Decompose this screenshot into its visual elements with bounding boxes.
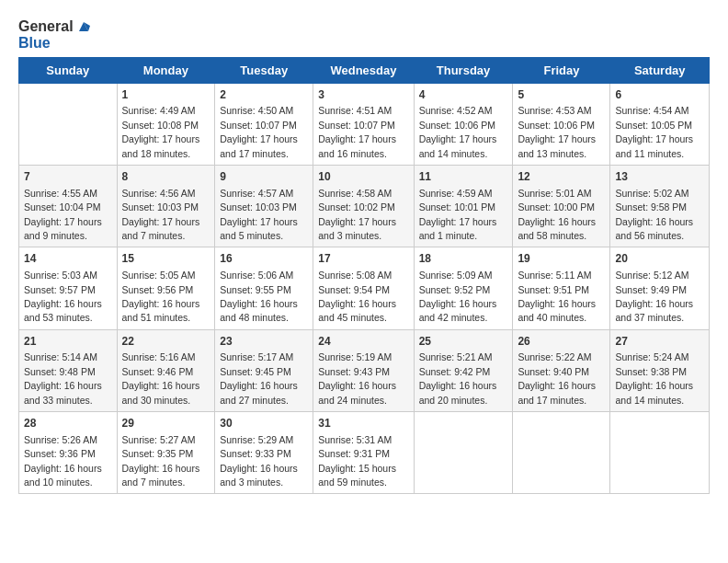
calendar-cell: 4Sunrise: 4:52 AM Sunset: 10:06 PM Dayli… bbox=[414, 83, 513, 165]
day-header-sunday: Sunday bbox=[19, 57, 118, 83]
day-number: 24 bbox=[318, 334, 408, 350]
day-number: 1 bbox=[122, 87, 210, 103]
day-content: Sunrise: 5:02 AM Sunset: 9:58 PM Dayligh… bbox=[615, 188, 693, 241]
day-header-wednesday: Wednesday bbox=[313, 57, 414, 83]
calendar-cell: 9Sunrise: 4:57 AM Sunset: 10:03 PM Dayli… bbox=[215, 165, 313, 247]
calendar-cell: 29Sunrise: 5:27 AM Sunset: 9:35 PM Dayli… bbox=[117, 412, 215, 494]
day-header-tuesday: Tuesday bbox=[215, 57, 313, 83]
day-header-monday: Monday bbox=[117, 57, 215, 83]
calendar-cell bbox=[513, 412, 610, 494]
calendar-header: SundayMondayTuesdayWednesdayThursdayFrid… bbox=[19, 57, 710, 83]
calendar-body: 1Sunrise: 4:49 AM Sunset: 10:08 PM Dayli… bbox=[19, 83, 710, 494]
calendar-cell: 30Sunrise: 5:29 AM Sunset: 9:33 PM Dayli… bbox=[215, 412, 313, 494]
day-number: 15 bbox=[122, 251, 210, 267]
calendar-cell: 16Sunrise: 5:06 AM Sunset: 9:55 PM Dayli… bbox=[215, 247, 313, 329]
day-content: Sunrise: 5:14 AM Sunset: 9:48 PM Dayligh… bbox=[24, 351, 102, 405]
day-number: 10 bbox=[318, 169, 408, 185]
calendar-cell: 14Sunrise: 5:03 AM Sunset: 9:57 PM Dayli… bbox=[19, 247, 118, 329]
day-number: 29 bbox=[122, 416, 210, 431]
week-row-2: 7Sunrise: 4:55 AM Sunset: 10:04 PM Dayli… bbox=[19, 165, 710, 247]
day-number: 14 bbox=[24, 251, 112, 267]
day-content: Sunrise: 5:06 AM Sunset: 9:55 PM Dayligh… bbox=[220, 270, 298, 323]
calendar-cell bbox=[610, 412, 710, 494]
calendar-table: SundayMondayTuesdayWednesdayThursdayFrid… bbox=[18, 57, 710, 495]
day-content: Sunrise: 4:51 AM Sunset: 10:07 PM Daylig… bbox=[318, 105, 396, 158]
calendar-cell: 11Sunrise: 4:59 AM Sunset: 10:01 PM Dayl… bbox=[414, 165, 513, 247]
day-content: Sunrise: 5:19 AM Sunset: 9:43 PM Dayligh… bbox=[318, 351, 396, 405]
day-content: Sunrise: 5:09 AM Sunset: 9:52 PM Dayligh… bbox=[419, 270, 497, 323]
day-content: Sunrise: 5:17 AM Sunset: 9:45 PM Dayligh… bbox=[220, 351, 298, 405]
day-content: Sunrise: 5:22 AM Sunset: 9:40 PM Dayligh… bbox=[518, 351, 596, 405]
day-number: 30 bbox=[220, 416, 308, 431]
day-content: Sunrise: 4:50 AM Sunset: 10:07 PM Daylig… bbox=[220, 105, 298, 158]
day-number: 7 bbox=[24, 169, 112, 185]
day-number: 22 bbox=[122, 334, 210, 350]
calendar-cell: 19Sunrise: 5:11 AM Sunset: 9:51 PM Dayli… bbox=[513, 247, 610, 329]
day-number: 25 bbox=[419, 334, 508, 350]
day-content: Sunrise: 5:21 AM Sunset: 9:42 PM Dayligh… bbox=[419, 351, 497, 405]
day-number: 13 bbox=[615, 169, 704, 185]
day-content: Sunrise: 4:59 AM Sunset: 10:01 PM Daylig… bbox=[419, 188, 497, 241]
day-number: 2 bbox=[220, 87, 308, 103]
logo-general: General bbox=[18, 18, 74, 35]
calendar-cell: 7Sunrise: 4:55 AM Sunset: 10:04 PM Dayli… bbox=[19, 165, 118, 247]
day-number: 12 bbox=[518, 169, 605, 185]
calendar-cell: 2Sunrise: 4:50 AM Sunset: 10:07 PM Dayli… bbox=[215, 83, 313, 165]
logo-blue: Blue bbox=[18, 35, 51, 52]
day-number: 21 bbox=[24, 334, 112, 350]
day-header-friday: Friday bbox=[513, 57, 610, 83]
day-content: Sunrise: 4:58 AM Sunset: 10:02 PM Daylig… bbox=[318, 188, 396, 241]
day-content: Sunrise: 5:27 AM Sunset: 9:35 PM Dayligh… bbox=[122, 434, 200, 488]
day-content: Sunrise: 5:08 AM Sunset: 9:54 PM Dayligh… bbox=[318, 270, 396, 323]
day-content: Sunrise: 5:01 AM Sunset: 10:00 PM Daylig… bbox=[518, 188, 596, 241]
day-number: 3 bbox=[318, 87, 408, 103]
day-content: Sunrise: 4:57 AM Sunset: 10:03 PM Daylig… bbox=[220, 188, 298, 241]
calendar-cell: 26Sunrise: 5:22 AM Sunset: 9:40 PM Dayli… bbox=[513, 329, 610, 411]
calendar-cell: 3Sunrise: 4:51 AM Sunset: 10:07 PM Dayli… bbox=[313, 83, 414, 165]
day-number: 27 bbox=[615, 334, 704, 350]
day-content: Sunrise: 5:31 AM Sunset: 9:31 PM Dayligh… bbox=[318, 434, 396, 488]
logo: General Blue bbox=[18, 18, 92, 52]
calendar-cell: 17Sunrise: 5:08 AM Sunset: 9:54 PM Dayli… bbox=[313, 247, 414, 329]
calendar-cell: 13Sunrise: 5:02 AM Sunset: 9:58 PM Dayli… bbox=[610, 165, 710, 247]
day-number: 17 bbox=[318, 251, 408, 267]
calendar-cell: 12Sunrise: 5:01 AM Sunset: 10:00 PM Dayl… bbox=[513, 165, 610, 247]
day-content: Sunrise: 4:53 AM Sunset: 10:06 PM Daylig… bbox=[518, 105, 596, 158]
day-number: 8 bbox=[122, 169, 210, 185]
calendar-cell: 24Sunrise: 5:19 AM Sunset: 9:43 PM Dayli… bbox=[313, 329, 414, 411]
calendar-cell: 15Sunrise: 5:05 AM Sunset: 9:56 PM Dayli… bbox=[117, 247, 215, 329]
day-content: Sunrise: 5:12 AM Sunset: 9:49 PM Dayligh… bbox=[615, 270, 693, 323]
calendar-cell: 28Sunrise: 5:26 AM Sunset: 9:36 PM Dayli… bbox=[19, 412, 118, 494]
day-content: Sunrise: 4:54 AM Sunset: 10:05 PM Daylig… bbox=[615, 105, 693, 158]
calendar-cell: 6Sunrise: 4:54 AM Sunset: 10:05 PM Dayli… bbox=[610, 83, 710, 165]
calendar-cell: 25Sunrise: 5:21 AM Sunset: 9:42 PM Dayli… bbox=[414, 329, 513, 411]
day-number: 19 bbox=[518, 251, 605, 267]
day-number: 6 bbox=[615, 87, 704, 103]
calendar-cell: 20Sunrise: 5:12 AM Sunset: 9:49 PM Dayli… bbox=[610, 247, 710, 329]
day-content: Sunrise: 5:05 AM Sunset: 9:56 PM Dayligh… bbox=[122, 270, 200, 323]
calendar-cell: 10Sunrise: 4:58 AM Sunset: 10:02 PM Dayl… bbox=[313, 165, 414, 247]
day-number: 31 bbox=[318, 416, 408, 431]
calendar-cell: 23Sunrise: 5:17 AM Sunset: 9:45 PM Dayli… bbox=[215, 329, 313, 411]
calendar-cell bbox=[414, 412, 513, 494]
day-content: Sunrise: 4:55 AM Sunset: 10:04 PM Daylig… bbox=[24, 188, 102, 241]
day-number: 4 bbox=[419, 87, 508, 103]
day-header-thursday: Thursday bbox=[414, 57, 513, 83]
header: General Blue bbox=[18, 18, 710, 52]
day-number: 26 bbox=[518, 334, 605, 350]
calendar-cell: 27Sunrise: 5:24 AM Sunset: 9:38 PM Dayli… bbox=[610, 329, 710, 411]
header-row: SundayMondayTuesdayWednesdayThursdayFrid… bbox=[19, 57, 710, 83]
week-row-5: 28Sunrise: 5:26 AM Sunset: 9:36 PM Dayli… bbox=[19, 412, 710, 494]
day-content: Sunrise: 5:29 AM Sunset: 9:33 PM Dayligh… bbox=[220, 434, 298, 488]
day-number: 11 bbox=[419, 169, 508, 185]
week-row-3: 14Sunrise: 5:03 AM Sunset: 9:57 PM Dayli… bbox=[19, 247, 710, 329]
day-number: 20 bbox=[615, 251, 704, 267]
day-number: 23 bbox=[220, 334, 308, 350]
calendar-cell: 8Sunrise: 4:56 AM Sunset: 10:03 PM Dayli… bbox=[117, 165, 215, 247]
week-row-4: 21Sunrise: 5:14 AM Sunset: 9:48 PM Dayli… bbox=[19, 329, 710, 411]
day-number: 28 bbox=[24, 416, 112, 431]
calendar-cell: 21Sunrise: 5:14 AM Sunset: 9:48 PM Dayli… bbox=[19, 329, 118, 411]
day-header-saturday: Saturday bbox=[610, 57, 710, 83]
logo-triangle-icon bbox=[75, 18, 92, 35]
calendar-cell: 1Sunrise: 4:49 AM Sunset: 10:08 PM Dayli… bbox=[117, 83, 215, 165]
